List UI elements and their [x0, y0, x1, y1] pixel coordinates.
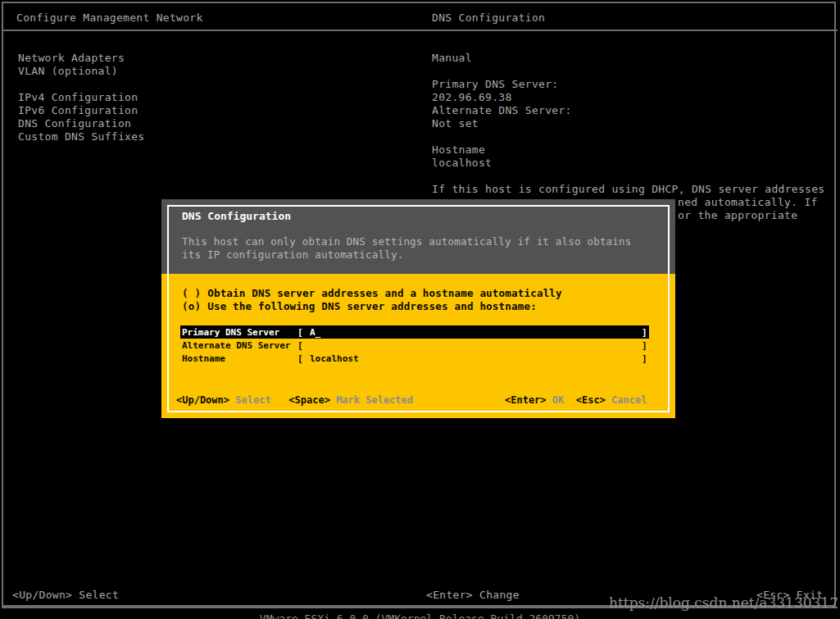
sidebar-item-vlan[interactable]: VLAN (optional): [18, 65, 118, 77]
key-updown: <Up/Down>: [176, 394, 229, 406]
bracket-close: ]: [642, 327, 647, 338]
hostname-label: Hostname: [432, 143, 485, 156]
dialog-message-line1: This host can only obtain DNS settings a…: [182, 235, 632, 248]
sidebar-item-ipv4-configuration[interactable]: IPv4 Configuration: [18, 91, 138, 103]
hostname-input[interactable]: localhost: [310, 353, 359, 364]
sidebar-item-ipv6-configuration[interactable]: IPv6 Configuration: [18, 104, 138, 116]
primary-dns-input[interactable]: A_: [310, 327, 320, 338]
esxi-version-banner: VMware ESXi 6.0.0 (VMKernel Release Buil…: [0, 612, 840, 619]
bracket-close: ]: [642, 340, 647, 351]
statusbar-enter-hint: <Enter> Change: [426, 589, 520, 601]
bracket-close: ]: [642, 353, 647, 364]
key-esc: <Esc>: [576, 394, 606, 406]
sidebar-item-dns-configuration[interactable]: DNS Configuration: [18, 117, 131, 130]
field-label: Alternate DNS Server: [182, 340, 290, 351]
field-row-hostname[interactable]: Hostname [ localhost ]: [161, 352, 675, 365]
section-title: DNS Configuration: [432, 11, 545, 24]
key-space: <Space>: [288, 394, 330, 406]
key-enter: <Enter>: [505, 394, 547, 406]
radio-label: Use the following DNS server addresses a…: [207, 300, 537, 312]
primary-dns-label: Primary DNS Server:: [432, 78, 558, 90]
statusbar-updown-hint: <Up/Down> Select: [12, 589, 119, 601]
field-row-primary-dns[interactable]: Primary DNS Server [ A_ ]: [161, 325, 675, 339]
alternate-dns-value: Not set: [432, 117, 479, 130]
field-label: Hostname: [182, 353, 225, 364]
radio-label: Obtain DNS server addresses and a hostna…: [207, 287, 562, 299]
alternate-dns-label: Alternate DNS Server:: [432, 104, 572, 116]
radio-state-unselected: ( ): [182, 287, 201, 299]
radio-state-selected: (o): [182, 300, 201, 312]
radio-use-following[interactable]: (o)Use the following DNS server addresse…: [182, 300, 537, 312]
radio-obtain-automatically[interactable]: ( )Obtain DNS server addresses and a hos…: [182, 287, 562, 299]
key-updown: <Up/Down>: [12, 589, 72, 601]
key-enter: <Enter>: [426, 589, 473, 601]
header-separator: [2, 30, 838, 31]
bracket-open: [: [297, 327, 303, 338]
bracket-open: [: [297, 353, 303, 364]
dialog-message-line2: its IP configuration automatically.: [182, 248, 403, 261]
sidebar-item-custom-dns-suffixes[interactable]: Custom DNS Suffixes: [18, 130, 144, 143]
key-esc-action: Cancel: [611, 394, 647, 406]
csdn-watermark: https://blog.csdn.net/a33130317: [609, 594, 838, 611]
key-enter-action: OK: [552, 394, 564, 406]
primary-dns-value: 202.96.69.38: [432, 91, 512, 103]
bracket-open: [: [297, 340, 303, 351]
dns-info-line2-fragment: ned automatically. If: [678, 196, 818, 208]
dns-info-line1: If this host is configured using DHCP, D…: [432, 183, 824, 195]
dialog-keyhints-left: <Up/Down> Select <Space> Mark Selected: [176, 394, 413, 406]
dialog-keyhints-right: <Enter> OK <Esc> Cancel: [505, 394, 647, 406]
key-enter-action: Change: [479, 589, 520, 601]
key-updown-action: Select: [235, 394, 270, 406]
field-row-alternate-dns[interactable]: Alternate DNS Server [ ]: [161, 339, 675, 352]
sidebar-item-network-adapters[interactable]: Network Adapters: [18, 52, 125, 64]
key-space-action: Mark Selected: [336, 394, 413, 406]
key-updown-action: Select: [79, 589, 119, 601]
dns-configuration-dialog: DNS Configuration This host can only obt…: [161, 199, 675, 418]
page-title: Configure Management Network: [16, 11, 203, 24]
dns-mode-value: Manual: [432, 52, 472, 64]
hostname-value: localhost: [432, 157, 492, 169]
field-label: Primary DNS Server: [182, 327, 279, 338]
dns-info-line3-fragment: or the appropriate: [678, 209, 797, 221]
dialog-title: DNS Configuration: [182, 210, 291, 222]
